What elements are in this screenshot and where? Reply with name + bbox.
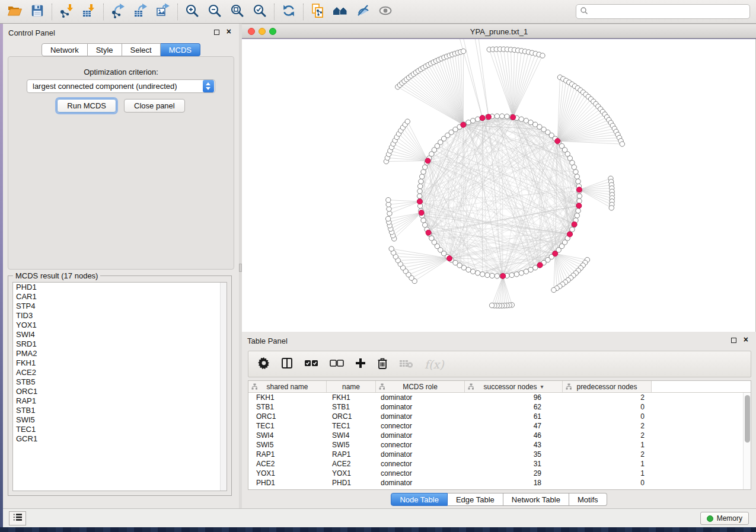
- mcds-node-item[interactable]: YOX1: [13, 321, 227, 330]
- tab-network-table[interactable]: Network Table: [503, 493, 569, 506]
- table-row[interactable]: SWI4SWI4dominator462: [248, 431, 751, 440]
- run-mcds-button[interactable]: Run MCDS: [57, 99, 116, 113]
- network-node[interactable]: [419, 179, 423, 184]
- network-node[interactable]: [490, 273, 495, 278]
- mcds-node-item[interactable]: SWI4: [13, 330, 227, 339]
- network-node[interactable]: [519, 117, 524, 121]
- delete-column-button[interactable]: [377, 357, 388, 371]
- mcds-node-item[interactable]: FKH1: [13, 358, 227, 368]
- mcds-hub-node[interactable]: [572, 222, 577, 227]
- export-table-button[interactable]: [129, 2, 152, 22]
- network-titlebar[interactable]: YPA_prune.txt_1: [242, 24, 756, 39]
- network-node[interactable]: [385, 216, 390, 221]
- table-settings-button[interactable]: [258, 357, 270, 371]
- mcds-hub-node[interactable]: [553, 251, 558, 257]
- hide-selected-button[interactable]: [352, 2, 374, 22]
- table-row[interactable]: FKH1FKH1dominator962: [248, 393, 751, 402]
- network-node[interactable]: [417, 194, 422, 198]
- column-header-name[interactable]: name: [327, 381, 376, 392]
- deselect-all-button[interactable]: [330, 359, 344, 370]
- zoom-out-button[interactable]: [203, 2, 226, 22]
- mcds-node-item[interactable]: STP4: [13, 302, 227, 311]
- open-file-button[interactable]: [4, 2, 26, 22]
- network-node[interactable]: [495, 274, 499, 278]
- network-node[interactable]: [609, 206, 614, 210]
- mcds-list-scrollbar[interactable]: [220, 283, 227, 491]
- table-row[interactable]: ORC1ORC1dominator610: [248, 412, 751, 421]
- network-graph[interactable]: [242, 39, 755, 332]
- mcds-hub-node[interactable]: [447, 256, 452, 261]
- memory-button[interactable]: Memory: [700, 512, 749, 525]
- show-all-button[interactable]: [374, 2, 397, 22]
- mcds-node-item[interactable]: TEC1: [13, 425, 227, 434]
- tab-node-table[interactable]: Node Table: [391, 493, 448, 506]
- network-node[interactable]: [461, 49, 465, 53]
- save-session-button[interactable]: [26, 2, 49, 22]
- network-node[interactable]: [509, 273, 514, 277]
- close-panel-button[interactable]: Close panel: [124, 99, 185, 113]
- mcds-hub-node[interactable]: [500, 273, 506, 278]
- mcds-node-item[interactable]: STB5: [13, 377, 227, 387]
- column-header-successor-nodes[interactable]: successor nodes▾: [465, 381, 563, 392]
- table-row[interactable]: SWI5SWI5connector431: [248, 440, 751, 450]
- mcds-hub-node[interactable]: [425, 158, 430, 164]
- network-node[interactable]: [475, 117, 480, 121]
- network-node[interactable]: [505, 114, 509, 118]
- search-box[interactable]: [576, 4, 750, 19]
- network-node[interactable]: [389, 246, 394, 251]
- criterion-dropdown[interactable]: largest connected component (undirected): [27, 79, 215, 93]
- network-node[interactable]: [417, 189, 422, 194]
- mcds-hub-node[interactable]: [480, 116, 485, 121]
- network-node[interactable]: [572, 165, 576, 169]
- table-row[interactable]: RAP1RAP1dominator352: [248, 450, 751, 459]
- network-node[interactable]: [524, 118, 528, 123]
- export-network-button[interactable]: [107, 2, 129, 22]
- float-panel-icon[interactable]: [731, 338, 736, 343]
- zoom-in-button[interactable]: [181, 2, 203, 22]
- refresh-button[interactable]: [277, 2, 300, 22]
- network-canvas[interactable]: [242, 39, 756, 332]
- network-node[interactable]: [470, 118, 475, 123]
- column-visibility-button[interactable]: [281, 357, 293, 371]
- mcds-node-item[interactable]: CAR1: [13, 292, 227, 302]
- scrollbar-thumb[interactable]: [745, 395, 750, 443]
- network-node[interactable]: [524, 269, 528, 274]
- table-row[interactable]: ACE2ACE2connector311: [248, 459, 751, 469]
- network-node[interactable]: [575, 213, 579, 218]
- task-history-button[interactable]: [9, 511, 26, 525]
- network-node[interactable]: [528, 267, 533, 272]
- first-neighbors-button[interactable]: [329, 2, 352, 22]
- mcds-hub-node[interactable]: [486, 114, 491, 120]
- table-row[interactable]: TEC1TEC1connector472: [248, 421, 751, 431]
- mcds-hub-node[interactable]: [567, 232, 572, 237]
- mcds-hub-node[interactable]: [511, 114, 516, 120]
- column-header-predecessor-nodes[interactable]: predecessor nodes: [563, 381, 652, 392]
- network-node[interactable]: [386, 197, 391, 202]
- mcds-node-item[interactable]: SWI5: [13, 415, 227, 425]
- network-node[interactable]: [540, 53, 545, 58]
- tab-select[interactable]: Select: [122, 43, 161, 56]
- network-node[interactable]: [480, 272, 484, 277]
- network-node[interactable]: [423, 223, 428, 227]
- network-node[interactable]: [576, 209, 580, 213]
- network-node[interactable]: [475, 271, 480, 275]
- import-network-button[interactable]: [55, 2, 78, 22]
- clone-network-button[interactable]: [307, 2, 329, 22]
- network-node[interactable]: [551, 287, 556, 292]
- network-node[interactable]: [420, 174, 425, 179]
- network-node[interactable]: [620, 142, 624, 146]
- tab-mcds[interactable]: MCDS: [161, 43, 200, 56]
- select-all-button[interactable]: [304, 359, 318, 370]
- network-node[interactable]: [421, 218, 426, 223]
- network-node[interactable]: [499, 114, 504, 118]
- mcds-hub-node[interactable]: [419, 210, 424, 216]
- mcds-hub-node[interactable]: [576, 187, 582, 193]
- close-panel-icon[interactable]: ×: [227, 27, 231, 36]
- network-node[interactable]: [573, 169, 578, 174]
- zoom-fit-button[interactable]: [226, 2, 248, 22]
- table-row[interactable]: PHD1PHD1dominator180: [248, 478, 751, 488]
- mcds-node-item[interactable]: PMA2: [13, 349, 227, 358]
- network-node[interactable]: [495, 114, 499, 118]
- network-node[interactable]: [576, 179, 580, 184]
- tab-style[interactable]: Style: [88, 43, 122, 56]
